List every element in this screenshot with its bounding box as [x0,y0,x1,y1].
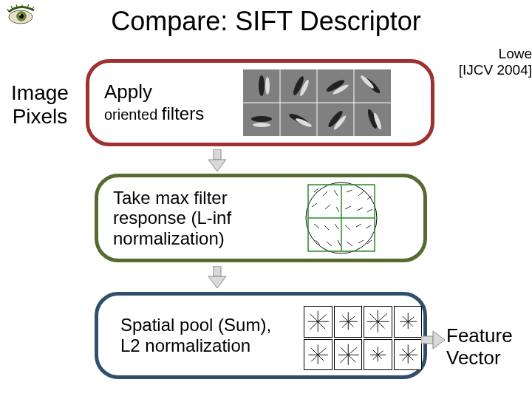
svg-point-10 [259,75,265,96]
output-label-line2: Vector [446,347,528,369]
svg-line-83 [408,317,414,321]
stage2-text: Take max filter response (L-inf normaliz… [113,188,261,249]
page-title: Compare: SIFT Descriptor [0,6,532,37]
svg-line-36 [358,191,364,196]
svg-line-85 [408,321,412,326]
svg-line-49 [366,225,371,228]
svg-rect-56 [214,266,221,276]
stage1-line2: oriented filters [104,103,204,124]
svg-line-59 [318,314,327,321]
svg-line-39 [325,205,330,209]
output-label: Feature Vector [446,325,528,369]
svg-rect-122 [421,336,433,344]
svg-line-101 [348,355,355,362]
stage-spatial-pool: Spatial pool (Sum), L2 normalization [95,292,427,379]
svg-line-67 [348,316,355,321]
stage1-line2-small: oriented [104,106,157,123]
arrow-down-icon [207,266,228,290]
svg-line-41 [345,206,351,209]
citation-author: Lowe [459,46,532,62]
svg-line-115 [408,349,415,355]
svg-point-18 [265,77,270,95]
input-label: Image Pixels [3,81,77,129]
citation: Lowe [IJCV 2004] [459,46,532,78]
svg-line-61 [318,321,325,329]
arrow-down-icon [207,149,228,173]
svg-line-81 [369,313,378,321]
arrow-right-icon [421,331,446,349]
svg-line-69 [348,321,353,327]
citation-ref: [IJCV 2004] [459,62,532,78]
stage1-line2-big: filters [162,103,204,123]
svg-line-97 [311,348,318,355]
svg-line-119 [402,355,408,361]
stage1-text: Apply oriented filters [104,81,204,123]
svg-line-113 [373,349,378,354]
svg-line-65 [310,314,318,321]
oriented-filters-graphic [217,69,416,136]
svg-line-93 [318,355,324,361]
svg-point-14 [251,116,272,122]
svg-marker-27 [208,160,226,171]
keypoint-patch-graphic [274,181,409,255]
svg-marker-57 [208,276,226,288]
svg-line-40 [336,207,339,212]
stage-max-response: Take max filter response (L-inf normaliz… [95,174,427,262]
svg-line-99 [348,347,357,355]
svg-line-91 [318,348,326,355]
svg-line-33 [323,191,327,196]
histogram-grid-graphic [304,306,422,365]
svg-line-53 [347,242,352,246]
svg-line-38 [312,203,317,207]
svg-line-95 [311,355,318,361]
svg-line-71 [342,321,348,327]
stage-apply-filters: Apply oriented filters [86,59,434,146]
stage3-text: Spatial pool (Sum), L2 normalization [120,315,290,355]
input-label-line2: Pixels [3,105,77,129]
svg-line-75 [378,313,387,321]
svg-line-111 [373,355,378,359]
svg-line-47 [345,225,350,230]
svg-line-89 [402,316,407,321]
svg-line-77 [378,321,384,328]
svg-line-54 [358,240,364,243]
svg-line-109 [378,355,381,358]
svg-line-63 [310,321,318,330]
input-label-line1: Image [3,81,77,105]
svg-line-44 [314,224,319,228]
svg-rect-26 [214,149,221,160]
svg-line-103 [340,355,348,363]
svg-marker-123 [433,331,445,349]
svg-line-48 [356,224,361,227]
svg-line-46 [335,224,338,229]
svg-line-73 [342,316,348,321]
svg-point-22 [253,123,270,127]
svg-line-34 [334,190,338,196]
stage1-line1: Apply [104,81,204,103]
svg-line-121 [402,349,408,355]
output-label-line1: Feature [446,325,528,347]
svg-line-43 [367,209,372,212]
svg-line-87 [402,321,407,327]
svg-line-50 [316,240,320,245]
svg-line-42 [357,208,363,211]
svg-line-45 [324,225,329,230]
svg-line-79 [370,321,378,329]
svg-line-35 [347,190,352,192]
svg-line-51 [327,242,332,246]
svg-line-107 [378,350,383,354]
svg-line-117 [408,355,413,360]
svg-line-105 [341,347,348,355]
svg-line-52 [338,240,341,246]
